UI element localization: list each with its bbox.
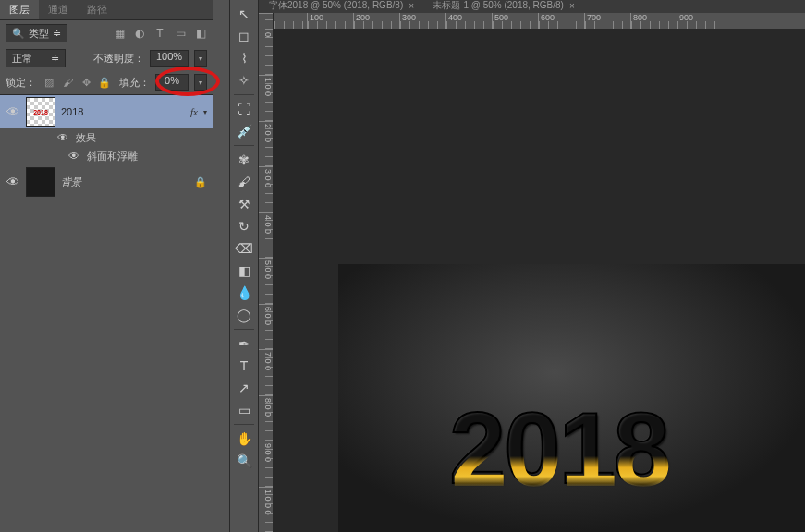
effects-row[interactable]: 👁 效果 [0, 128, 213, 147]
blend-mode-select[interactable]: 正常 ≑ [6, 49, 66, 67]
move-tool-icon[interactable]: ↖ [232, 4, 256, 24]
ruler-tick: 200 [353, 13, 399, 29]
visibility-eye-icon[interactable]: 👁 [6, 175, 20, 189]
lock-icons: ▨ 🖌 ✥ 🔒 [42, 75, 112, 90]
lock-label: 锁定： [6, 76, 36, 90]
bevel-label: 斜面和浮雕 [87, 150, 138, 163]
filter-smart-icon[interactable]: ◧ [194, 27, 207, 40]
visibility-eye-icon[interactable]: 👁 [67, 149, 81, 163]
canvas[interactable]: 2018 [338, 264, 805, 532]
path-select-icon[interactable]: ↗ [232, 378, 256, 398]
shape-tool-icon[interactable]: ▭ [232, 400, 256, 420]
separator [234, 94, 254, 95]
ruler-tick: 600 [538, 13, 584, 29]
doc-tab-2[interactable]: 未标题-1 @ 50% (2018, RGB/8) × [425, 0, 582, 13]
lock-move-icon[interactable]: ✥ [79, 75, 93, 90]
thumb-text: 2018 [33, 109, 48, 115]
fx-indicator[interactable]: fx [190, 106, 198, 117]
layers-panel: 图层 通道 路径 🔍 类型 ≑ ▦ ◐ T ▭ ◧ 正常 ≑ 不透明度： 100… [0, 0, 213, 532]
ruler-tick: 8 0 0 [259, 395, 273, 441]
blend-row: 正常 ≑ 不透明度： 100% ▾ [0, 46, 213, 70]
ruler-tick [274, 13, 307, 29]
wand-tool-icon[interactable]: ✧ [232, 70, 256, 91]
panel-tabs: 图层 通道 路径 [0, 0, 213, 20]
tab-paths[interactable]: 路径 [78, 0, 116, 19]
opacity-input[interactable]: 100% [150, 50, 189, 66]
ruler-tick: 800 [630, 13, 677, 29]
layer-thumbnail[interactable] [26, 167, 55, 197]
type-filter-select[interactable]: 🔍 类型 ≑ [6, 24, 67, 42]
type-tool-icon[interactable]: T [232, 356, 256, 376]
zoom-tool-icon[interactable]: 🔍 [232, 451, 256, 471]
close-icon[interactable]: × [569, 1, 575, 11]
eyedropper-tool-icon[interactable]: 💉 [232, 121, 256, 141]
marquee-tool-icon[interactable]: ◻ [232, 26, 256, 46]
fill-stepper[interactable]: ▾ [194, 74, 207, 91]
ruler-tick [259, 13, 273, 30]
visibility-eye-icon[interactable]: 👁 [6, 104, 20, 119]
filter-shape-icon[interactable]: ▭ [174, 27, 187, 40]
brush-tool-icon[interactable]: 🖌 [232, 172, 256, 192]
stamp-tool-icon[interactable]: ⚒ [232, 194, 256, 214]
lock-row: 锁定： ▨ 🖌 ✥ 🔒 填充： 0% ▾ [0, 70, 213, 94]
filter-icons: ▦ ◐ T ▭ ◧ [113, 27, 207, 40]
lock-icon: 🔒 [194, 176, 207, 188]
search-icon: 🔍 [12, 28, 25, 40]
ruler-tick: 1 0 0 0 [259, 487, 273, 532]
filter-row: 🔍 类型 ≑ ▦ ◐ T ▭ ◧ [0, 20, 213, 46]
tab-layers[interactable]: 图层 [0, 0, 39, 19]
close-icon[interactable]: × [409, 1, 414, 11]
layer-thumbnail[interactable]: 2018 [26, 97, 55, 127]
visibility-eye-icon[interactable]: 👁 [55, 130, 70, 145]
ruler-tick: 6 0 0 [259, 304, 273, 349]
chevron-down-icon: ≑ [51, 53, 59, 65]
ruler-tick: 900 [677, 13, 723, 29]
healing-tool-icon[interactable]: ✾ [232, 150, 256, 170]
tab-channels[interactable]: 通道 [39, 0, 78, 19]
layer-name: 背景 [61, 175, 81, 189]
ruler-tick: 7 0 0 [259, 349, 273, 394]
history-brush-icon[interactable]: ↻ [232, 216, 256, 236]
doc-tab-label: 未标题-1 @ 50% (2018, RGB/8) [433, 0, 564, 12]
filter-type-icon[interactable]: T [153, 27, 166, 40]
opacity-stepper[interactable]: ▾ [194, 50, 207, 66]
document-tabs: 字体2018 @ 50% (2018, RGB/8) × 未标题-1 @ 50%… [262, 0, 582, 13]
separator [234, 145, 254, 146]
ruler-horizontal[interactable]: 100 200 300 400 500 600 700 800 900 [274, 13, 805, 30]
filter-pixel-icon[interactable]: ▦ [113, 27, 126, 40]
doc-tab-1[interactable]: 字体2018 @ 50% (2018, RGB/8) × [262, 0, 421, 13]
chevron-down-icon: ≑ [53, 28, 61, 40]
layer-row-2018[interactable]: 👁 2018 2018 fx ▾ [0, 95, 213, 128]
crop-tool-icon[interactable]: ⛶ [232, 99, 256, 119]
gradient-tool-icon[interactable]: ◧ [232, 260, 256, 281]
ruler-tick: 0 [259, 30, 273, 75]
lasso-tool-icon[interactable]: ⌇ [232, 48, 256, 68]
ruler-vertical[interactable]: 0 1 0 0 2 0 0 3 0 0 4 0 0 5 0 0 6 0 0 7 … [259, 13, 274, 532]
ruler-tick: 4 0 0 [259, 212, 273, 258]
ruler-tick: 500 [492, 13, 538, 29]
ruler-tick: 9 0 0 [259, 441, 273, 486]
fill-input[interactable]: 0% [155, 74, 189, 91]
layer-row-background[interactable]: 👁 背景 🔒 [0, 165, 213, 199]
document-area: 字体2018 @ 50% (2018, RGB/8) × 未标题-1 @ 50%… [259, 0, 805, 532]
blur-tool-icon[interactable]: 💧 [232, 283, 256, 303]
separator [234, 424, 254, 425]
hand-tool-icon[interactable]: ✋ [232, 429, 256, 449]
lock-all-icon[interactable]: 🔒 [97, 75, 112, 90]
lock-transparent-icon[interactable]: ▨ [42, 75, 56, 90]
bevel-row[interactable]: 👁 斜面和浮雕 [0, 147, 213, 165]
ruler-tick: 400 [445, 13, 492, 29]
pen-tool-icon[interactable]: ✒ [232, 333, 256, 354]
effects-label: 效果 [76, 131, 96, 145]
filter-adjust-icon[interactable]: ◐ [133, 27, 146, 40]
ruler-tick: 2 0 0 [259, 121, 273, 166]
fill-label: 填充： [119, 76, 150, 90]
type-filter-label: 类型 [29, 27, 49, 41]
eraser-tool-icon[interactable]: ⌫ [232, 238, 256, 259]
lock-brush-icon[interactable]: 🖌 [60, 75, 75, 90]
chevron-down-icon[interactable]: ▾ [203, 108, 207, 116]
layer-name: 2018 [61, 106, 83, 117]
tools-strip: ↖ ◻ ⌇ ✧ ⛶ 💉 ✾ 🖌 ⚒ ↻ ⌫ ◧ 💧 ◯ ✒ T ↗ ▭ ✋ 🔍 [229, 0, 259, 532]
canvas-artwork-text: 2018 [449, 389, 668, 506]
dodge-tool-icon[interactable]: ◯ [232, 305, 256, 325]
